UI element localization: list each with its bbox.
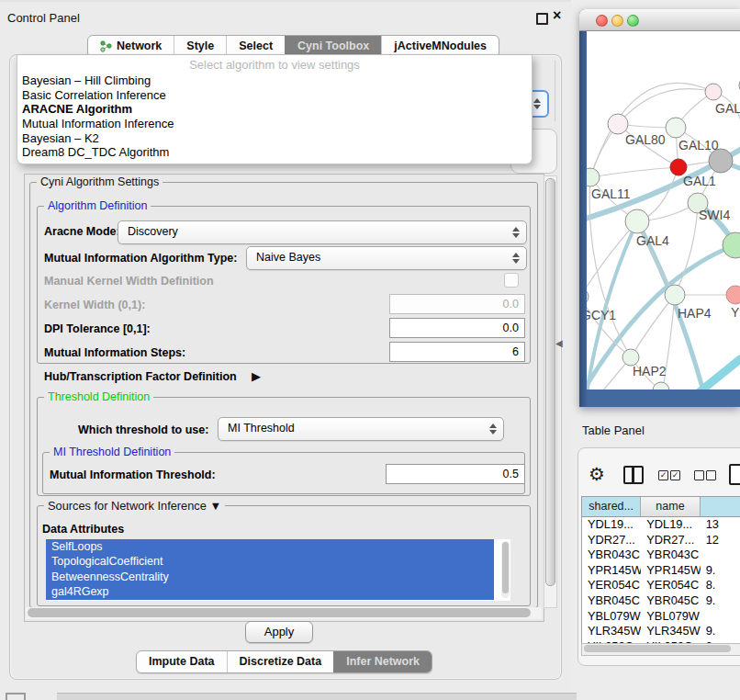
column-header-shared-name[interactable]: shared... [582, 497, 641, 516]
settings-horizontal-scrollbar[interactable] [26, 607, 542, 619]
node-table[interactable]: shared... name YDL19...YDL19...13YDR27..… [581, 496, 740, 644]
table-cell: YBL079W [582, 609, 641, 625]
manual-kernel-label: Manual Kernel Width Definition [44, 275, 214, 288]
network-edge[interactable] [631, 295, 675, 357]
network-node[interactable] [726, 286, 740, 304]
node-label: HAP2 [633, 364, 667, 378]
splitter-collapse-icon[interactable]: ◀ [555, 338, 563, 348]
aracne-mode-combo[interactable]: Discovery [118, 220, 527, 244]
table-cell: YDL19... [641, 517, 700, 533]
table-row[interactable]: YPR145WYPR145W9. [582, 563, 740, 579]
network-node[interactable] [705, 84, 722, 100]
combo-arrows-icon [511, 253, 520, 264]
manual-kernel-checkbox[interactable] [504, 273, 519, 288]
network-node[interactable] [608, 114, 628, 134]
network-node[interactable] [625, 209, 649, 233]
aracne-mode-label: Aracne Mode: [44, 225, 120, 238]
attribute-item[interactable]: gal4RGexp [46, 584, 494, 599]
tab-discretize-data[interactable]: Discretize Data [227, 651, 334, 672]
table-cell: YBR043C [582, 548, 641, 563]
table-cell: YBR043C [641, 548, 700, 563]
list-scrollbar[interactable] [501, 541, 510, 598]
attribute-item[interactable]: SelfLoops [46, 539, 494, 554]
minimized-panel-icon[interactable] [6, 693, 26, 700]
settings-vertical-scrollbar[interactable] [544, 175, 557, 608]
select-all-icon[interactable]: ✓ [658, 470, 668, 480]
dropdown-placeholder: Select algorithm to view settings [17, 58, 532, 73]
mi-steps-field[interactable]: 6 [389, 342, 525, 362]
algorithm-option[interactable]: ARACNE Algorithm [17, 102, 532, 117]
mi-threshold-label: Mutual Information Threshold: [50, 469, 216, 481]
node-label: GAL10 [678, 138, 719, 152]
which-threshold-value: MI Threshold [228, 422, 295, 435]
expand-arrow-icon[interactable]: ▶ [252, 369, 261, 383]
mi-type-combo[interactable]: Naive Bayes [246, 246, 527, 270]
apply-button[interactable]: Apply [245, 621, 313, 643]
algorithm-option[interactable]: Bayesian – K2 [17, 131, 532, 146]
table-row[interactable]: YDR27...YDR27...12 [582, 533, 740, 548]
network-node[interactable] [587, 288, 589, 305]
table-row[interactable]: YLR345WYLR345W9. [582, 624, 740, 639]
combo-arrows-icon [533, 98, 541, 109]
table-row[interactable]: YBR043CYBR043C [582, 548, 740, 563]
which-threshold-combo[interactable]: MI Threshold [218, 417, 504, 441]
node-label: GAL [715, 101, 740, 116]
tab-impute-data[interactable]: Impute Data [137, 651, 227, 672]
deselect-all-icon[interactable] [694, 470, 704, 480]
algorithm-option[interactable]: Mutual Information Inference [17, 117, 532, 131]
mi-threshold-group-title: MI Threshold Definition [50, 446, 174, 458]
control-panel: Control Panel × Network Style Select Cyn… [0, 0, 571, 700]
network-node[interactable] [587, 168, 600, 186]
network-node[interactable] [665, 285, 685, 305]
network-edge[interactable] [673, 359, 740, 390]
column-header-name[interactable]: name [641, 497, 700, 516]
table-row[interactable]: YBR045CYBR045C9. [582, 593, 740, 609]
table-row[interactable]: YBL079WYBL079W [582, 609, 740, 625]
algorithm-option[interactable]: Basic Correlation Inference [17, 88, 532, 103]
close-window-icon[interactable] [596, 15, 608, 27]
attribute-item[interactable]: BetweennessCentrality [46, 570, 494, 584]
minimize-window-icon[interactable] [611, 15, 623, 27]
network-edge[interactable] [590, 167, 678, 177]
collapse-arrow-icon[interactable]: ▼ [209, 499, 221, 513]
attribute-item[interactable]: TopologicalCoefficient [46, 554, 494, 569]
network-node[interactable] [653, 382, 669, 390]
split-columns-icon[interactable] [623, 466, 644, 484]
algorithm-option[interactable]: Dream8 DC_TDC Algorithm [17, 145, 532, 160]
column-header-clipped[interactable] [701, 497, 740, 516]
table-horizontal-scrollbar[interactable] [581, 643, 740, 656]
gear-icon[interactable]: ⚙ [589, 463, 605, 485]
table-sheet-icon[interactable] [729, 464, 740, 485]
node-label: HAP4 [678, 306, 712, 321]
bottom-status-strip [57, 693, 577, 700]
network-window-titlebar[interactable] [579, 9, 740, 31]
deselect-all-icon[interactable] [706, 470, 716, 480]
data-attributes-list[interactable]: SelfLoopsTopologicalCoefficientBetweenne… [46, 539, 510, 601]
algorithm-option[interactable]: Bayesian – Hill Climbing [17, 73, 532, 88]
network-node[interactable] [666, 118, 686, 138]
network-canvas[interactable]: GALGAL80GAL10GAL1GAL11SWI4GAL4GCY1HAP4YH… [587, 31, 740, 390]
node-label: GCY1 [587, 308, 616, 322]
network-edge[interactable] [618, 89, 713, 124]
table-row[interactable]: YDL19...YDL19...13 [582, 517, 740, 533]
network-edge[interactable] [675, 203, 698, 295]
float-panel-icon[interactable] [536, 13, 548, 25]
tab-infer-network[interactable]: Infer Network [333, 651, 432, 672]
close-panel-icon[interactable]: × [553, 7, 561, 24]
table-cell: YPR145W [582, 563, 641, 579]
table-cell: YDL19... [582, 517, 641, 533]
dpi-tolerance-field[interactable]: 0.0 [389, 318, 525, 338]
node-label: GAL11 [591, 186, 631, 201]
table-row[interactable]: YER054CYER054C8. [582, 578, 740, 593]
zoom-window-icon[interactable] [627, 15, 639, 27]
group-title: Cyni Algorithm Settings [37, 175, 163, 188]
table-cell: YBR045C [641, 593, 700, 609]
select-all-icon[interactable]: ✓ [670, 470, 680, 480]
kernel-width-field[interactable]: 0.0 [389, 294, 525, 314]
kernel-width-label: Kernel Width (0,1): [44, 299, 145, 311]
network-node[interactable] [723, 232, 740, 258]
groupbox-edge-fragment [555, 61, 555, 121]
mi-threshold-field[interactable]: 0.5 [386, 464, 525, 484]
data-attributes-label: Data Attributes [42, 523, 124, 536]
node-label: Y [731, 305, 740, 320]
